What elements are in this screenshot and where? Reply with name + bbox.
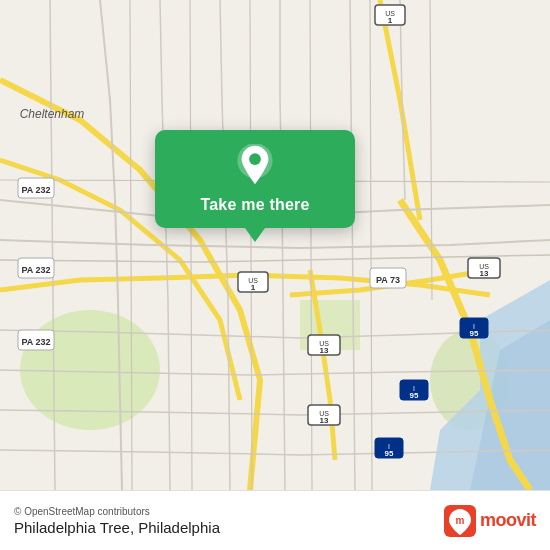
svg-text:PA 73: PA 73 xyxy=(376,275,400,285)
location-pin-icon xyxy=(234,144,276,186)
moovit-icon: m xyxy=(444,505,476,537)
osm-credit: © OpenStreetMap contributors xyxy=(14,506,436,517)
popup-card: Take me there xyxy=(155,130,355,228)
svg-text:PA 232: PA 232 xyxy=(21,337,50,347)
svg-text:m: m xyxy=(456,515,465,526)
svg-text:95: 95 xyxy=(470,329,479,338)
svg-text:13: 13 xyxy=(480,269,489,278)
svg-text:Cheltenham: Cheltenham xyxy=(20,107,85,121)
svg-point-38 xyxy=(249,153,261,165)
svg-text:95: 95 xyxy=(385,449,394,458)
svg-text:1: 1 xyxy=(251,283,256,292)
map-container[interactable]: PA 232 PA 232 PA 232 US 1 US 13 US 13 US… xyxy=(0,0,550,490)
svg-text:PA 232: PA 232 xyxy=(21,185,50,195)
svg-text:13: 13 xyxy=(320,416,329,425)
moovit-logo: m moovit xyxy=(444,505,536,537)
bottom-bar: © OpenStreetMap contributors Philadelphi… xyxy=(0,490,550,550)
take-me-there-button[interactable]: Take me there xyxy=(200,196,309,214)
svg-text:13: 13 xyxy=(320,346,329,355)
location-name: Philadelphia Tree, Philadelphia xyxy=(14,519,444,536)
moovit-text: moovit xyxy=(480,510,536,531)
svg-text:1: 1 xyxy=(388,16,393,25)
map-svg: PA 232 PA 232 PA 232 US 1 US 13 US 13 US… xyxy=(0,0,550,490)
svg-text:PA 232: PA 232 xyxy=(21,265,50,275)
svg-text:95: 95 xyxy=(410,391,419,400)
